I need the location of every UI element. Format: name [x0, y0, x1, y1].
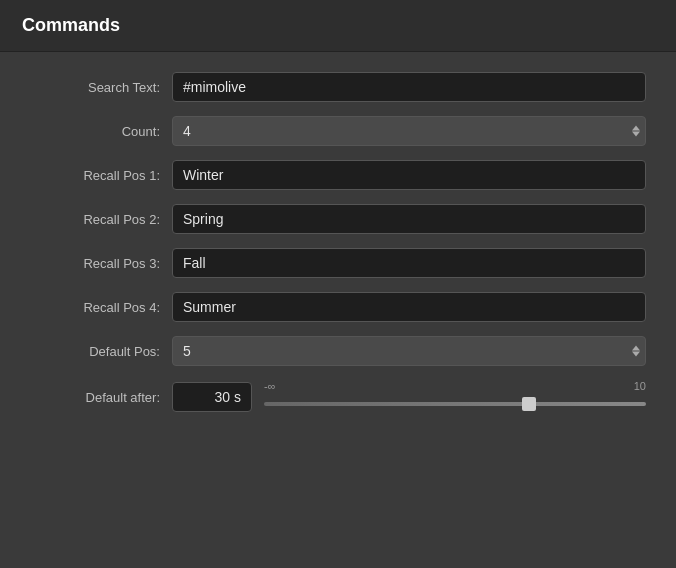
commands-panel: Commands Search Text: Count: Recall Pos … [0, 0, 676, 568]
recall-pos-3-input[interactable] [172, 248, 646, 278]
count-increment-icon[interactable] [632, 126, 640, 131]
default-after-label: Default after: [30, 390, 160, 405]
default-pos-stepper-arrows[interactable] [632, 346, 640, 357]
count-row: Count: [30, 116, 646, 146]
count-stepper-arrows[interactable] [632, 126, 640, 137]
slider-min-label: -∞ [264, 380, 276, 392]
default-pos-label: Default Pos: [30, 344, 160, 359]
slider-labels: -∞ 10 [264, 380, 646, 392]
recall-pos-4-label: Recall Pos 4: [30, 300, 160, 315]
recall-pos-1-label: Recall Pos 1: [30, 168, 160, 183]
recall-pos-4-row: Recall Pos 4: [30, 292, 646, 322]
recall-pos-4-input[interactable] [172, 292, 646, 322]
recall-pos-3-label: Recall Pos 3: [30, 256, 160, 271]
count-label: Count: [30, 124, 160, 139]
default-after-row: Default after: -∞ 10 [30, 380, 646, 414]
panel-body: Search Text: Count: Recall Pos 1: Recall… [0, 52, 676, 434]
search-text-row: Search Text: [30, 72, 646, 102]
default-after-input[interactable] [172, 382, 252, 412]
recall-pos-1-input[interactable] [172, 160, 646, 190]
default-pos-stepper-wrapper [172, 336, 646, 366]
recall-pos-1-row: Recall Pos 1: [30, 160, 646, 190]
panel-title: Commands [22, 15, 120, 35]
default-pos-input[interactable] [172, 336, 646, 366]
search-text-label: Search Text: [30, 80, 160, 95]
count-input[interactable] [172, 116, 646, 146]
panel-header: Commands [0, 0, 676, 52]
recall-pos-2-label: Recall Pos 2: [30, 212, 160, 227]
recall-pos-2-row: Recall Pos 2: [30, 204, 646, 234]
default-pos-row: Default Pos: [30, 336, 646, 366]
recall-pos-3-row: Recall Pos 3: [30, 248, 646, 278]
count-decrement-icon[interactable] [632, 132, 640, 137]
recall-pos-2-input[interactable] [172, 204, 646, 234]
default-pos-decrement-icon[interactable] [632, 352, 640, 357]
search-text-input[interactable] [172, 72, 646, 102]
count-stepper-wrapper [172, 116, 646, 146]
slider-container: -∞ 10 [264, 380, 646, 414]
default-pos-increment-icon[interactable] [632, 346, 640, 351]
slider-max-label: 10 [634, 380, 646, 392]
slider-track [264, 394, 646, 414]
default-after-slider[interactable] [264, 402, 646, 406]
